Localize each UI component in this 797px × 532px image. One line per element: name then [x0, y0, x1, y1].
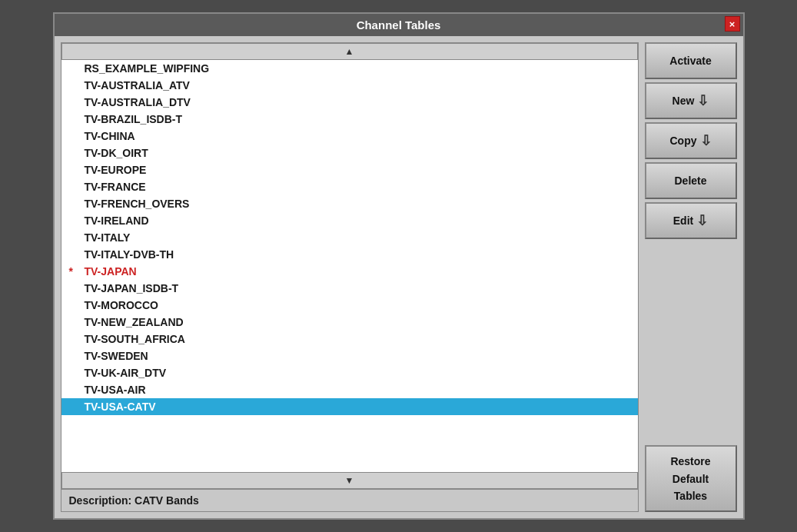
- list-item[interactable]: TV-FRANCE: [61, 178, 638, 195]
- new-button[interactable]: New ⇩: [645, 82, 737, 119]
- dialog-title: Channel Tables: [357, 18, 441, 32]
- list-item[interactable]: TV-USA-AIR: [61, 381, 638, 398]
- copy-arrow-icon: ⇩: [700, 132, 712, 149]
- list-item[interactable]: TV-MOROCCO: [61, 297, 638, 314]
- list-item[interactable]: TV-USA-CATV: [61, 398, 638, 415]
- sidebar-buttons: Activate New ⇩ Copy ⇩ Delete Edit ⇩ Rest…: [645, 42, 737, 512]
- delete-button[interactable]: Delete: [645, 162, 737, 199]
- list-item[interactable]: TV-EUROPE: [61, 161, 638, 178]
- edit-button[interactable]: Edit ⇩: [645, 202, 737, 239]
- edit-arrow-icon: ⇩: [696, 212, 708, 229]
- list-item[interactable]: TV-AUSTRALIA_ATV: [61, 77, 638, 94]
- channel-list-scroll[interactable]: RS_EXAMPLE_WIPFINGTV-AUSTRALIA_ATVTV-AUS…: [61, 60, 638, 472]
- scroll-up-arrow[interactable]: ▲: [61, 43, 638, 60]
- list-item[interactable]: TV-IRELAND: [61, 212, 638, 229]
- list-item[interactable]: TV-ITALY-DVB-TH: [61, 246, 638, 263]
- close-button[interactable]: ×: [725, 16, 740, 32]
- scroll-down-arrow[interactable]: ▼: [61, 472, 638, 489]
- list-item[interactable]: TV-DK_OIRT: [61, 145, 638, 161]
- list-item[interactable]: TV-NEW_ZEALAND: [61, 314, 638, 331]
- copy-button[interactable]: Copy ⇩: [645, 122, 737, 159]
- list-item[interactable]: TV-SWEDEN: [61, 347, 638, 364]
- list-item[interactable]: TV-CHINA: [61, 128, 638, 145]
- list-item[interactable]: TV-ITALY: [61, 229, 638, 246]
- list-item[interactable]: *TV-JAPAN: [61, 263, 638, 280]
- list-item[interactable]: RS_EXAMPLE_WIPFING: [61, 60, 638, 77]
- channel-list-container: ▲ RS_EXAMPLE_WIPFINGTV-AUSTRALIA_ATVTV-A…: [61, 42, 639, 512]
- list-item[interactable]: TV-AUSTRALIA_DTV: [61, 94, 638, 111]
- content-area: ▲ RS_EXAMPLE_WIPFINGTV-AUSTRALIA_ATVTV-A…: [55, 36, 743, 518]
- list-item[interactable]: TV-FRENCH_OVERS: [61, 195, 638, 212]
- list-item[interactable]: TV-JAPAN_ISDB-T: [61, 280, 638, 297]
- description-bar: Description: CATV Bands: [61, 489, 638, 511]
- list-item[interactable]: TV-UK-AIR_DTV: [61, 364, 638, 381]
- list-item[interactable]: TV-SOUTH_AFRICA: [61, 331, 638, 347]
- activate-button[interactable]: Activate: [645, 42, 737, 79]
- title-bar: Channel Tables ×: [55, 14, 743, 36]
- restore-default-tables-button[interactable]: Restore Default Tables: [645, 445, 737, 512]
- list-item[interactable]: TV-BRAZIL_ISDB-T: [61, 111, 638, 128]
- new-arrow-icon: ⇩: [697, 92, 709, 109]
- channel-tables-dialog: Channel Tables × ▲ RS_EXAMPLE_WIPFINGTV-…: [53, 12, 745, 520]
